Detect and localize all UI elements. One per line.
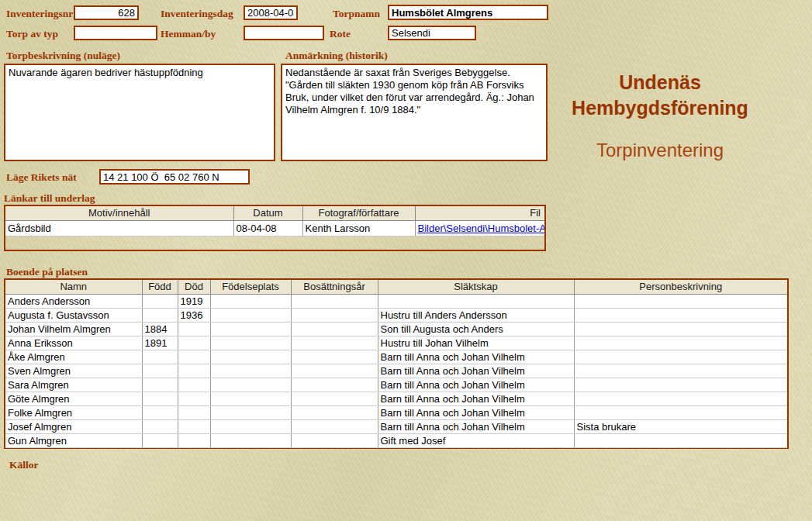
resident-cell[interactable] bbox=[142, 350, 178, 364]
resident-cell[interactable] bbox=[142, 294, 178, 308]
resident-cell[interactable] bbox=[178, 322, 210, 336]
resident-cell[interactable] bbox=[142, 433, 178, 447]
resident-cell[interactable]: 1919 bbox=[178, 294, 210, 308]
inventeringsnr-input[interactable] bbox=[74, 5, 139, 20]
resident-cell[interactable] bbox=[142, 392, 178, 405]
resident-cell[interactable] bbox=[291, 378, 378, 392]
resident-cell[interactable] bbox=[574, 364, 787, 378]
resident-cell[interactable] bbox=[378, 294, 574, 308]
torpbeskrivning-textarea[interactable]: Nuvarande ägaren bedriver hästuppfödning bbox=[4, 64, 275, 161]
resident-cell[interactable] bbox=[210, 308, 291, 322]
resident-row: Josef Almgren Barn till Anna och Johan V… bbox=[5, 419, 787, 433]
resident-cell[interactable]: Barn till Anna och Johan Vilhelm bbox=[378, 419, 574, 433]
resident-cell[interactable]: Sista brukare bbox=[574, 419, 787, 433]
resident-cell[interactable] bbox=[178, 433, 210, 447]
resident-cell[interactable] bbox=[210, 378, 291, 392]
resident-cell[interactable] bbox=[574, 350, 787, 364]
resident-cell[interactable]: Anders Andersson bbox=[5, 294, 142, 308]
resident-cell[interactable]: Barn till Anna och Johan Vilhelm bbox=[378, 378, 574, 392]
resident-cell[interactable]: Hustru till Anders Andersson bbox=[378, 308, 574, 322]
resident-cell[interactable] bbox=[291, 364, 378, 378]
file-link[interactable]: Bilder\Selsendi\Humsbolet-A bbox=[418, 223, 545, 234]
link-cell-motiv[interactable]: Gårdsbild bbox=[5, 220, 233, 236]
resident-cell[interactable]: Barn till Anna och Johan Vilhelm bbox=[378, 405, 574, 419]
resident-cell[interactable] bbox=[178, 378, 210, 392]
resident-cell[interactable] bbox=[291, 336, 378, 350]
resident-cell[interactable] bbox=[291, 392, 378, 405]
resident-cell[interactable] bbox=[574, 433, 787, 447]
resident-cell[interactable]: Gift med Josef bbox=[378, 433, 574, 447]
resident-cell[interactable] bbox=[142, 378, 178, 392]
torpbeskrivning-label: Torpbeskrivning (nuläge) bbox=[6, 50, 120, 62]
resident-cell[interactable] bbox=[291, 322, 378, 336]
torpnamn-input[interactable] bbox=[388, 5, 548, 20]
resident-cell[interactable] bbox=[178, 405, 210, 419]
resident-cell[interactable] bbox=[291, 419, 378, 433]
resident-cell[interactable] bbox=[291, 294, 378, 308]
resident-row: Augusta f. Gustavsson 1936 Hustru till A… bbox=[5, 308, 787, 322]
resident-cell[interactable]: Johan Vilhelm Almgren bbox=[5, 322, 142, 336]
residents-col-fodelseplats: Födelseplats bbox=[210, 280, 291, 294]
resident-cell[interactable] bbox=[142, 308, 178, 322]
torp-av-typ-input[interactable] bbox=[74, 26, 157, 40]
resident-cell[interactable] bbox=[574, 405, 787, 419]
resident-cell[interactable] bbox=[574, 392, 787, 405]
link-cell-fotograf[interactable]: Kenth Larsson bbox=[302, 220, 415, 236]
lage-rikets-nat-input[interactable] bbox=[99, 169, 250, 185]
organization-title-line1: Undenäs bbox=[535, 70, 785, 95]
resident-cell[interactable] bbox=[210, 405, 291, 419]
resident-cell[interactable] bbox=[178, 419, 210, 433]
resident-cell[interactable]: Göte Almgren bbox=[5, 392, 142, 405]
anmarkning-textarea[interactable]: Nedanstående är saxat från Sveriges Beby… bbox=[281, 64, 548, 161]
resident-cell[interactable]: Anna Eriksson bbox=[5, 336, 142, 350]
resident-cell[interactable]: Josef Almgren bbox=[5, 419, 142, 433]
rote-input[interactable] bbox=[388, 26, 476, 40]
resident-cell[interactable]: Barn till Anna och Johan Vilhelm bbox=[378, 364, 574, 378]
resident-cell[interactable] bbox=[142, 364, 178, 378]
resident-cell[interactable] bbox=[210, 350, 291, 364]
inventeringsdag-input[interactable] bbox=[244, 5, 298, 20]
links-table: Motiv/innehåll Datum Fotograf/författare… bbox=[4, 205, 546, 251]
resident-cell[interactable]: Gun Almgren bbox=[5, 433, 142, 447]
resident-cell[interactable] bbox=[574, 294, 787, 308]
resident-cell[interactable]: Son till Augusta och Anders bbox=[378, 322, 574, 336]
resident-cell[interactable] bbox=[178, 350, 210, 364]
resident-cell[interactable] bbox=[178, 392, 210, 405]
resident-cell[interactable]: 1936 bbox=[178, 308, 210, 322]
resident-cell[interactable]: 1891 bbox=[142, 336, 178, 350]
resident-cell[interactable] bbox=[291, 308, 378, 322]
resident-cell[interactable] bbox=[178, 364, 210, 378]
resident-cell[interactable] bbox=[142, 405, 178, 419]
resident-cell[interactable] bbox=[210, 322, 291, 336]
resident-cell[interactable] bbox=[178, 336, 210, 350]
resident-cell[interactable]: 1884 bbox=[142, 322, 178, 336]
resident-cell[interactable]: Folke Almgren bbox=[5, 405, 142, 419]
resident-cell[interactable]: Åke Almgren bbox=[5, 350, 142, 364]
resident-cell[interactable] bbox=[291, 405, 378, 419]
resident-cell[interactable] bbox=[142, 419, 178, 433]
resident-cell[interactable] bbox=[291, 350, 378, 364]
resident-cell[interactable]: Augusta f. Gustavsson bbox=[5, 308, 142, 322]
resident-cell[interactable]: Barn till Anna och Johan Vilhelm bbox=[378, 350, 574, 364]
residents-header-row: Namn Född Död Födelseplats Bosättningsår… bbox=[5, 280, 787, 294]
resident-cell[interactable]: Sara Almgren bbox=[5, 378, 142, 392]
hemman-by-input[interactable] bbox=[244, 26, 324, 40]
resident-cell[interactable]: Hustru till Johan Vilhelm bbox=[378, 336, 574, 350]
resident-cell[interactable] bbox=[574, 378, 787, 392]
resident-cell[interactable] bbox=[210, 336, 291, 350]
resident-cell[interactable] bbox=[291, 433, 378, 447]
resident-cell[interactable] bbox=[210, 419, 291, 433]
resident-cell[interactable] bbox=[574, 308, 787, 322]
link-cell-datum[interactable]: 08-04-08 bbox=[233, 220, 302, 236]
resident-cell[interactable]: Barn till Anna och Johan Vilhelm bbox=[378, 392, 574, 405]
torpinventering-page: { "colors": { "accent": "#993300", "subt… bbox=[0, 0, 812, 521]
resident-cell[interactable] bbox=[210, 294, 291, 308]
resident-cell[interactable] bbox=[210, 392, 291, 405]
resident-cell[interactable] bbox=[210, 364, 291, 378]
torpnamn-label: Torpnamn bbox=[333, 8, 380, 20]
resident-cell[interactable] bbox=[210, 433, 291, 447]
resident-cell[interactable] bbox=[574, 336, 787, 350]
resident-cell[interactable] bbox=[574, 322, 787, 336]
resident-cell[interactable]: Sven Almgren bbox=[5, 364, 142, 378]
lage-rikets-nat-label: Läge Rikets nät bbox=[6, 171, 77, 184]
